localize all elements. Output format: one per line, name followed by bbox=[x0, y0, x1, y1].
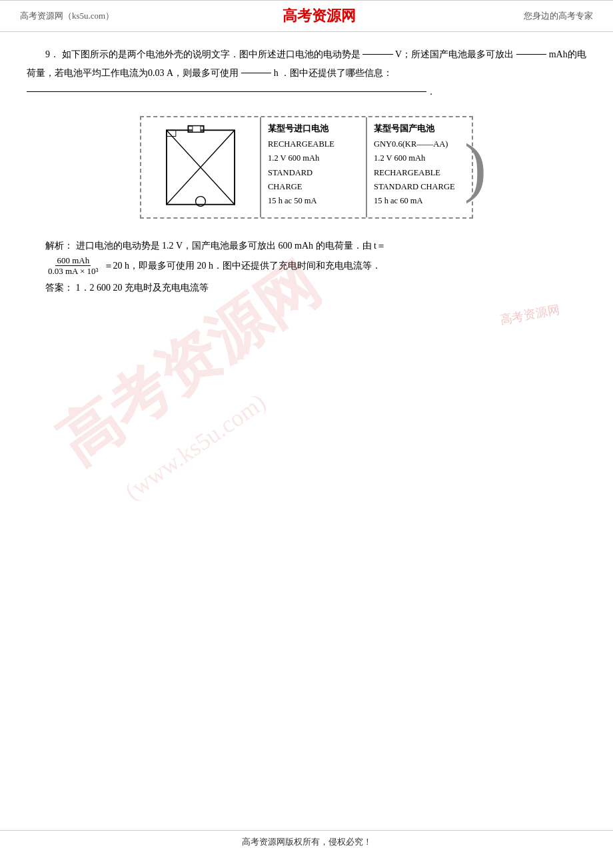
import-line-3: STANDARD bbox=[268, 166, 359, 180]
page-header: 高考资源网（ks5u.com） 高考资源网 您身边的高考专家 bbox=[0, 0, 613, 32]
answer-line: 答案： 1．2 600 20 充电时及充电电流等 bbox=[27, 279, 586, 297]
header-left: 高考资源网（ks5u.com） bbox=[20, 10, 114, 22]
question-text4: h ．图中还提供了哪些信息： bbox=[274, 68, 393, 78]
blank2 bbox=[516, 45, 547, 55]
main-content: 9． 如下图所示的是两个电池外壳的说明文字．图中所述进口电池的电动势是 V；所述… bbox=[0, 32, 613, 310]
footer-text: 高考资源网版权所有，侵权必究！ bbox=[242, 837, 372, 847]
domestic-line-2: 1.2 V 600 mAh bbox=[374, 151, 465, 165]
domestic-line-5: 15 h ac 60 mA bbox=[374, 194, 465, 208]
page-footer: 高考资源网版权所有，侵权必究！ bbox=[0, 830, 613, 848]
battery-diagram: 某型号进口电池 RECHARGEABLE 1.2 V 600 mAh STAND… bbox=[140, 116, 473, 219]
domestic-line-3: RECHARGEABLE bbox=[374, 166, 465, 180]
import-line-2: 1.2 V 600 mAh bbox=[268, 151, 359, 165]
header-center: 高考资源网 bbox=[283, 6, 356, 26]
svg-text:(www.ks5u.com): (www.ks5u.com) bbox=[120, 389, 271, 505]
fraction: 600 mAh 0.03 mA × 10³ bbox=[47, 255, 100, 277]
import-battery-title: 某型号进口电池 bbox=[268, 123, 359, 135]
question-number: 9． bbox=[45, 49, 59, 59]
battery-info-area: 某型号进口电池 RECHARGEABLE 1.2 V 600 mAh STAND… bbox=[261, 117, 472, 217]
fraction-numerator: 600 mAh bbox=[55, 255, 91, 267]
header-right: 您身边的高考专家 bbox=[524, 10, 593, 22]
analysis-text1: 进口电池的电动势是 1.2 V，国产电池最多可放出 600 mAh 的电荷量．由… bbox=[76, 241, 386, 251]
question-text: 9． 如下图所示的是两个电池外壳的说明文字．图中所述进口电池的电动势是 V；所述… bbox=[27, 45, 586, 101]
answer-text: 1．2 600 20 充电时及充电电流等 bbox=[76, 283, 209, 293]
battery-graphic-area bbox=[141, 117, 261, 217]
import-line-4: CHARGE bbox=[268, 180, 359, 194]
domestic-line-4: STANDARD CHARGE bbox=[374, 180, 465, 194]
domestic-battery-col: 某型号国产电池 GNY0.6(KR——AA) 1.2 V 600 mAh REC… bbox=[367, 117, 472, 217]
battery-svg bbox=[157, 124, 244, 211]
domestic-line-1: GNY0.6(KR——AA) bbox=[374, 137, 465, 151]
analysis-text2: ＝20 h，即最多可使用 20 h．图中还提供了充电时间和充电电流等． bbox=[104, 257, 382, 275]
answer-label: 答案： bbox=[45, 283, 73, 293]
import-line-5: 15 h ac 50 mA bbox=[268, 194, 359, 208]
fraction-denominator: 0.03 mA × 10³ bbox=[47, 266, 100, 277]
blank3 bbox=[241, 64, 272, 73]
analysis-block: 解析： 进口电池的电动势是 1.2 V，国产电池最多可放出 600 mAh 的电… bbox=[27, 237, 586, 297]
question-text1: 如下图所示的是两个电池外壳的说明文字．图中所述进口电池的电动势是 bbox=[62, 49, 360, 59]
import-line-1: RECHARGEABLE bbox=[268, 137, 359, 151]
domestic-battery-title: 某型号国产电池 bbox=[374, 123, 465, 135]
blank4 bbox=[27, 83, 426, 92]
blank1 bbox=[362, 45, 393, 55]
analysis-label: 解析： bbox=[45, 241, 73, 251]
question-text2: V；所述国产电池最多可放出 bbox=[395, 49, 514, 59]
bracket-right: ) bbox=[464, 134, 486, 201]
analysis-text: 解析： 进口电池的电动势是 1.2 V，国产电池最多可放出 600 mAh 的电… bbox=[27, 237, 586, 255]
import-battery-col: 某型号进口电池 RECHARGEABLE 1.2 V 600 mAh STAND… bbox=[261, 117, 367, 217]
svg-marker-6 bbox=[193, 126, 201, 132]
